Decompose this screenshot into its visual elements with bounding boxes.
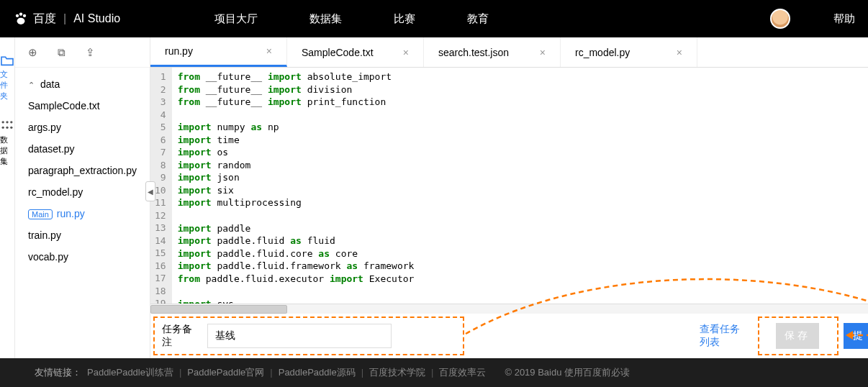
tab-label: SampleCode.txt <box>302 47 374 58</box>
view-task-list-link[interactable]: 查看任务列表 <box>700 323 749 349</box>
editor-tab[interactable]: rc_model.py× <box>561 37 697 67</box>
svg-point-8 <box>6 127 8 129</box>
footer: 友情链接： PaddlePaddle训练营|PaddlePaddle官网|Pad… <box>0 358 868 387</box>
svg-point-0 <box>16 14 19 17</box>
file-toolbar: ⊕ ⧉ ⇪ <box>15 37 150 68</box>
leftnav-files-label: 文件夹 <box>0 69 14 101</box>
close-icon[interactable]: × <box>403 47 409 58</box>
file-item[interactable]: vocab.py <box>28 246 137 268</box>
collapse-panel-button[interactable]: ◀ <box>145 181 155 201</box>
footer-link[interactable]: PaddlePaddle训练营 <box>87 367 173 378</box>
submit-bar: 任务备注 查看任务列表 保存 提 交 <box>150 314 868 358</box>
avatar[interactable] <box>770 9 790 29</box>
svg-point-3 <box>17 18 25 24</box>
file-panel: ⊕ ⧉ ⇪ dataSampleCode.txtargs.pydataset.p… <box>15 37 150 358</box>
new-file-icon[interactable]: ⊕ <box>28 46 37 59</box>
file-item[interactable]: train.py <box>28 224 137 246</box>
folder-data[interactable]: data <box>28 73 137 95</box>
remark-label: 任务备注 <box>162 323 194 349</box>
file-item[interactable]: args.py <box>28 117 137 138</box>
nav-datasets[interactable]: 数据集 <box>309 12 342 26</box>
editor-tab[interactable]: search.test.json× <box>424 37 561 67</box>
footer-label: 友情链接： <box>35 366 81 379</box>
svg-point-1 <box>19 13 22 16</box>
file-item-main[interactable]: Mainrun.py <box>28 203 137 224</box>
logo-studio-text: AI Studio <box>73 12 120 25</box>
leftnav-datasets-label: 数据集 <box>0 135 14 167</box>
logo-baidu-text: 百度 <box>33 12 56 27</box>
tab-label: search.test.json <box>438 47 509 58</box>
file-tree: dataSampleCode.txtargs.pydataset.pyparag… <box>15 68 150 273</box>
leftnav-files[interactable]: 文件夹 <box>0 55 14 101</box>
footer-copyright: © 2019 Baidu 使用百度前必读 <box>505 366 630 379</box>
nav-links: 项目大厅 数据集 比赛 教育 <box>214 12 770 26</box>
top-nav: 百度 | AI Studio 项目大厅 数据集 比赛 教育 帮助 <box>0 0 868 37</box>
main: 文件夹 数据集 ⊕ ⧉ ⇪ dataSampleCode.txtargs.pyd… <box>0 37 868 358</box>
baidu-paw-icon <box>13 12 29 26</box>
save-button[interactable]: 保存 <box>776 323 819 349</box>
footer-link[interactable]: 百度技术学院 <box>369 367 425 378</box>
svg-point-5 <box>6 121 8 123</box>
close-icon[interactable]: × <box>677 47 682 58</box>
nav-education[interactable]: 教育 <box>467 12 489 26</box>
file-item[interactable]: SampleCode.txt <box>28 95 137 117</box>
file-item[interactable]: dataset.py <box>28 138 137 160</box>
file-item[interactable]: paragraph_extraction.py <box>28 160 137 181</box>
editor-tab[interactable]: SampleCode.txt× <box>287 37 424 67</box>
svg-point-9 <box>10 127 12 129</box>
svg-point-7 <box>2 127 4 129</box>
editor-tab[interactable]: run.py× <box>150 37 287 67</box>
footer-link[interactable]: PaddlePaddle官网 <box>187 367 264 378</box>
scrollbar-thumb[interactable] <box>150 305 287 314</box>
new-folder-icon[interactable]: ⧉ <box>58 46 65 59</box>
upload-icon[interactable]: ⇪ <box>86 46 95 59</box>
footer-link[interactable]: PaddlePaddle源码 <box>279 367 356 378</box>
nav-projects[interactable]: 项目大厅 <box>214 12 258 26</box>
datasets-icon <box>0 119 14 132</box>
horizontal-scrollbar[interactable] <box>150 304 868 314</box>
submit-button[interactable]: 提 交 <box>844 323 868 349</box>
logo[interactable]: 百度 | AI Studio <box>13 12 157 27</box>
tab-label: rc_model.py <box>575 47 630 58</box>
main-badge: Main <box>28 209 53 219</box>
footer-links: PaddlePaddle训练营|PaddlePaddle官网|PaddlePad… <box>87 366 486 379</box>
editor: ◀ run.py×SampleCode.txt×search.test.json… <box>150 37 868 358</box>
logo-divider: | <box>63 12 66 25</box>
close-icon[interactable]: × <box>266 45 272 57</box>
svg-point-6 <box>10 121 12 123</box>
code-source[interactable]: from __future__ import absolute_import f… <box>172 68 868 304</box>
leftnav-datasets[interactable]: 数据集 <box>0 119 14 167</box>
code-area[interactable]: 123456789101112131415161718192021222324 … <box>150 68 868 304</box>
folder-icon <box>0 55 14 66</box>
tab-label: run.py <box>165 45 193 57</box>
nav-help[interactable]: 帮助 <box>833 12 855 26</box>
file-item[interactable]: rc_model.py <box>28 181 137 203</box>
close-icon[interactable]: × <box>540 47 546 58</box>
svg-point-2 <box>23 14 26 17</box>
left-nav: 文件夹 数据集 <box>0 37 15 358</box>
footer-link[interactable]: 百度效率云 <box>439 367 486 378</box>
remark-input[interactable] <box>207 324 392 348</box>
nav-competition[interactable]: 比赛 <box>394 12 415 26</box>
nav-right: 帮助 <box>770 9 855 29</box>
editor-tabs: run.py×SampleCode.txt×search.test.json×r… <box>150 37 868 68</box>
svg-point-4 <box>2 121 4 123</box>
